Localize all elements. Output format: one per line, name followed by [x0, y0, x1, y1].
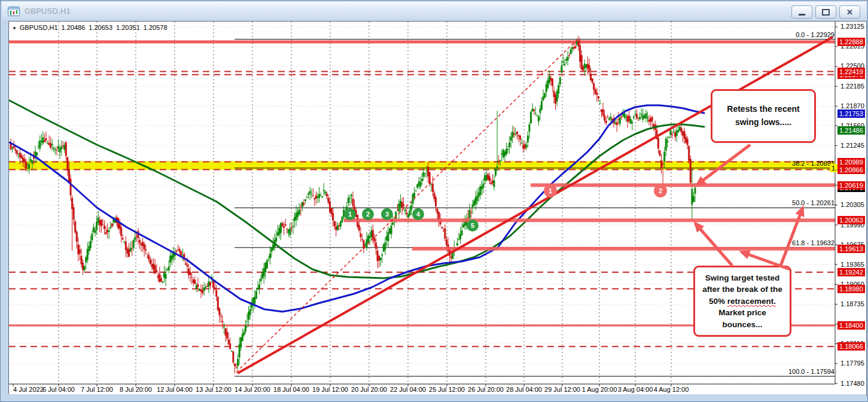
price-tick-label: 1.23125: [840, 23, 864, 31]
title-bar[interactable]: GBPUSD,H1 ✕: [2, 2, 866, 20]
price-level-label-red: 1.22419: [837, 68, 865, 76]
time-axis-label: 26 Jul 20:00: [468, 386, 504, 393]
restore-icon: [822, 9, 830, 16]
time-axis-label: 22 Jul 04:00: [390, 386, 426, 393]
price-axis[interactable]: 1.231251.228151.225001.221851.218701.215…: [836, 22, 866, 385]
price-tick-label: 1.20305: [840, 201, 864, 209]
time-axis-label: 6 Jul 04:00: [42, 386, 75, 393]
ohlc-high: 1.20653: [89, 24, 112, 31]
time-axis-label: 20 Jul 20:00: [351, 386, 387, 393]
price-level-label-red: 1.20619: [837, 181, 865, 190]
time-axis-label: 29 Jul 12:00: [544, 386, 580, 393]
yellow-zone: [9, 162, 835, 170]
svg-text:50.0 - 1.20261: 50.0 - 1.20261: [792, 199, 835, 206]
time-axis-label: 12 Jul 04:00: [157, 386, 193, 393]
symbol-dropdown-caret[interactable]: ▼: [12, 26, 17, 31]
minimize-icon: [799, 14, 805, 16]
price-level-label-red: 1.19242: [837, 268, 865, 276]
price-tick-label: 1.21245: [840, 142, 864, 150]
time-axis-label: 8 Jul 20:00: [120, 386, 152, 393]
price-tick-label: 1.22185: [840, 83, 864, 90]
annotation-text: Swing target tested after the break of t…: [699, 272, 785, 331]
time-axis-label: 19 Jul 12:00: [312, 386, 348, 393]
annotation-box-swing-target[interactable]: Swing target tested after the break of t…: [693, 266, 791, 337]
price-tick-label: 1.19365: [840, 261, 864, 269]
ma-green-line: [10, 100, 704, 278]
fibonacci-labels: 0.0 - 1.2292938.2 - 1.2089150.0 - 1.2026…: [788, 31, 835, 375]
ma-blue-price-label: 1.21753: [837, 109, 865, 118]
close-button[interactable]: ✕: [839, 5, 860, 19]
candles: [10, 36, 696, 373]
time-axis-label: 4 Jul 2022: [13, 386, 44, 393]
ma-green-price-label: 1.21486: [837, 126, 865, 135]
time-axis-label: 28 Jul 04:00: [506, 386, 542, 393]
ohlc-low: 1.20351: [116, 24, 140, 31]
time-axis-label: 13 Jul 12:00: [196, 386, 232, 393]
ma-blue-line: [10, 105, 704, 312]
price-level-label-red: 1.18980: [837, 285, 865, 293]
ohlc-bar: ▼GBPUSD,H11.204861.206531.203511.20578: [12, 24, 171, 31]
time-axis-label: 25 Jul 12:00: [429, 386, 465, 393]
time-axis-label: 7 Jul 12:00: [81, 386, 113, 393]
price-level-label-red: 1.22888: [837, 38, 865, 46]
minimize-button[interactable]: [791, 5, 812, 19]
fib-baseline: [236, 38, 578, 372]
annotation-text: Retests the recent swing lows.....: [717, 103, 810, 129]
time-axis-label: 4 Aug 12:00: [654, 386, 689, 393]
close-icon: ✕: [846, 8, 853, 16]
chart-window: GBPUSD,H1 ✕ 0.0 - 1.2292938.2 - 1.208915…: [0, 0, 868, 402]
svg-text:0.0 - 1.22929: 0.0 - 1.22929: [796, 31, 835, 38]
time-axis-label: 1 Aug 20:00: [582, 386, 617, 393]
price-level-label-red: 1.20866: [837, 166, 865, 174]
window-title: GBPUSD,H1: [25, 7, 71, 16]
price-level-label-red: 1.19613: [837, 245, 865, 253]
price-level-label-red: 1.18066: [837, 342, 865, 351]
time-axis-label: 14 Jul 20:00: [234, 386, 270, 393]
chart-icon: [8, 7, 20, 16]
price-tick-label: 1.18735: [840, 300, 864, 308]
svg-text:38.2 - 1.20891: 38.2 - 1.20891: [792, 160, 835, 167]
ohlc-open: 1.20486: [62, 24, 86, 31]
symbol-timeframe: GBPUSD,H1: [20, 24, 58, 31]
svg-text:61.8 - 1.19632: 61.8 - 1.19632: [792, 239, 835, 246]
svg-text:100.0 - 1.17594: 100.0 - 1.17594: [788, 368, 835, 375]
price-tick-label: 1.17480: [840, 380, 864, 388]
chart-area[interactable]: 0.0 - 1.2292938.2 - 1.2089150.0 - 1.2026…: [8, 21, 867, 396]
time-axis[interactable]: 4 Jul 20226 Jul 04:007 Jul 12:008 Jul 20…: [9, 385, 836, 395]
time-axis-label: 18 Jul 04:00: [273, 386, 309, 393]
window-bottom-frame: [2, 394, 866, 400]
restore-button[interactable]: [815, 5, 836, 19]
price-level-label-red: 1.20989: [837, 158, 865, 166]
vertical-gridlines: [59, 22, 671, 384]
price-level-label-red: 1.20063: [837, 216, 865, 224]
candlestick-chart: 0.0 - 1.2292938.2 - 1.2089150.0 - 1.2026…: [9, 22, 866, 395]
time-axis-label: 3 Aug 04:00: [618, 386, 653, 393]
annotation-box-retests[interactable]: Retests the recent swing lows.....: [711, 89, 816, 143]
price-tick-label: 1.17795: [840, 360, 864, 367]
price-level-label-red: 1.18400: [837, 321, 865, 330]
ohlc-close: 1.20578: [144, 24, 167, 31]
